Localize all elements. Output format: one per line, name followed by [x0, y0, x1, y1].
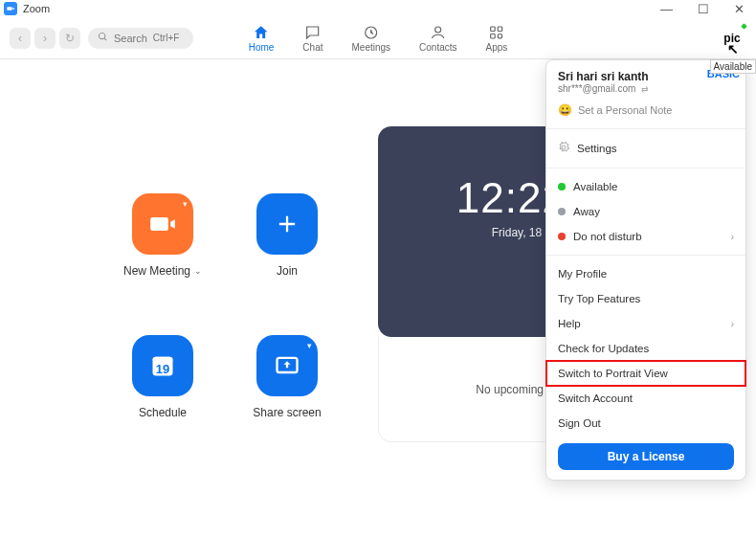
- tab-contacts-label: Contacts: [419, 42, 456, 53]
- link-icon: ⇄: [641, 84, 649, 94]
- tab-apps[interactable]: Apps: [486, 23, 508, 53]
- profile-dropdown: BASIC Sri hari sri kanth shr***@gmail.co…: [545, 59, 746, 481]
- status-tooltip: Available: [710, 59, 756, 74]
- status-dot-icon: [558, 208, 566, 215]
- app-title: Zoom: [23, 3, 50, 14]
- chevron-down-icon: ▾: [307, 341, 312, 350]
- schedule-button[interactable]: 19: [132, 335, 193, 396]
- my-profile-item[interactable]: My Profile: [546, 261, 745, 286]
- tab-home[interactable]: Home: [249, 23, 275, 53]
- sign-out-item[interactable]: Sign Out: [546, 411, 745, 436]
- new-meeting-button[interactable]: ▾: [132, 193, 193, 255]
- tab-contacts[interactable]: Contacts: [419, 23, 456, 53]
- toolbar: ‹ › ↻ Search Ctrl+F Home Chat Meetings C…: [0, 17, 756, 59]
- profile-avatar-button[interactable]: pic ↖: [718, 24, 746, 53]
- search-input[interactable]: Search Ctrl+F: [88, 28, 193, 49]
- tab-meetings-label: Meetings: [351, 42, 390, 53]
- status-dnd-item[interactable]: Do not disturb ›: [546, 224, 745, 249]
- nav-history-button[interactable]: ↻: [59, 28, 80, 49]
- chat-icon: [303, 23, 322, 42]
- join-button[interactable]: [256, 193, 318, 255]
- content-area: ▾ New Meeting⌄ Join 19 Schedule ▾ Shar: [0, 59, 756, 538]
- check-updates-item[interactable]: Check for Updates: [546, 336, 745, 361]
- close-button[interactable]: ✕: [734, 3, 745, 15]
- chevron-right-icon: ›: [731, 319, 734, 329]
- schedule-label: Schedule: [139, 406, 187, 419]
- switch-portrait-item[interactable]: Switch to Portrait View: [546, 361, 745, 386]
- try-top-features-item[interactable]: Try Top Features: [546, 286, 745, 311]
- status-dot-icon: [558, 233, 566, 240]
- meetings-icon: [362, 23, 381, 42]
- svg-point-4: [498, 34, 502, 39]
- share-screen-button[interactable]: ▾: [256, 335, 318, 396]
- tab-home-label: Home: [249, 42, 275, 53]
- switch-account-item[interactable]: Switch Account: [546, 386, 745, 411]
- minimize-button[interactable]: —: [660, 3, 673, 15]
- chevron-right-icon: ›: [731, 232, 734, 242]
- buy-license-button[interactable]: Buy a License: [558, 443, 734, 470]
- gear-icon: [558, 142, 569, 155]
- chevron-down-icon: ▾: [183, 199, 188, 209]
- tab-chat-label: Chat: [302, 42, 322, 53]
- status-away-item[interactable]: Away: [546, 199, 745, 224]
- status-dot-icon: [558, 183, 566, 191]
- personal-note-button[interactable]: 😀 Set a Personal Note: [546, 98, 745, 123]
- status-available-item[interactable]: Available: [546, 174, 745, 199]
- apps-icon: [487, 23, 506, 42]
- home-icon: [252, 23, 271, 42]
- titlebar: Zoom — ☐ ✕: [0, 0, 756, 17]
- svg-rect-1: [491, 27, 496, 32]
- svg-rect-2: [498, 27, 502, 32]
- contacts-icon: [429, 23, 448, 42]
- help-item[interactable]: Help ›: [546, 311, 745, 336]
- chevron-down-icon[interactable]: ⌄: [194, 266, 202, 276]
- tab-meetings[interactable]: Meetings: [351, 23, 390, 53]
- nav-forward-button[interactable]: ›: [34, 28, 56, 49]
- search-icon: [98, 32, 108, 44]
- search-placeholder: Search: [114, 33, 147, 44]
- tab-chat[interactable]: Chat: [302, 23, 322, 53]
- settings-item[interactable]: Settings: [546, 135, 745, 162]
- tab-apps-label: Apps: [486, 42, 508, 53]
- emoji-icon: 😀: [558, 103, 572, 117]
- maximize-button[interactable]: ☐: [698, 3, 709, 15]
- search-shortcut: Ctrl+F: [153, 33, 180, 43]
- calendar-day: 19: [156, 362, 169, 376]
- nav-back-button[interactable]: ‹: [10, 28, 31, 49]
- cursor-icon: ↖: [727, 41, 739, 56]
- join-label: Join: [277, 264, 298, 278]
- app-icon: [4, 2, 17, 15]
- window-controls: — ☐ ✕: [660, 3, 752, 15]
- status-indicator-icon: [741, 23, 747, 30]
- svg-rect-3: [491, 34, 496, 39]
- new-meeting-label: New Meeting⌄: [123, 264, 202, 278]
- profile-email: shr***@gmail.com ⇄: [558, 83, 734, 94]
- share-label: Share screen: [253, 406, 321, 419]
